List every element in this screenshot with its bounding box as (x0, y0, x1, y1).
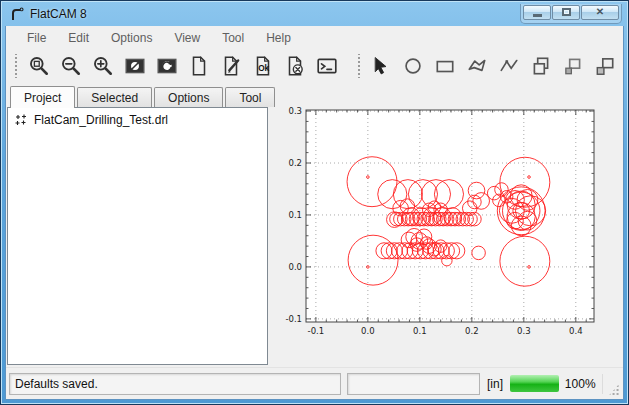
menu-file[interactable]: File (16, 28, 57, 48)
y-tick-label: -0.1 (285, 314, 302, 324)
editor-tool-group (367, 52, 619, 80)
x-tick-label: 0.4 (569, 326, 583, 336)
select-arrow-button[interactable] (367, 52, 395, 80)
clear-plot-button[interactable] (121, 52, 149, 80)
replot-icon (156, 55, 178, 77)
circle-tool-icon (402, 55, 424, 77)
y-tick-label: 0.1 (288, 210, 302, 220)
restore-button[interactable] (552, 5, 580, 20)
zoom-fit-button[interactable] (25, 52, 53, 80)
zoom-out-icon (60, 55, 82, 77)
delete-file-icon (284, 55, 306, 77)
toolbar-grip-2[interactable] (357, 54, 362, 78)
tab-tool[interactable]: Tool (225, 87, 275, 107)
select-arrow-icon (370, 55, 392, 77)
shell-button[interactable] (313, 52, 341, 80)
edit-file-button[interactable] (217, 52, 245, 80)
ok-file-icon: Ok (252, 55, 274, 77)
menu-view[interactable]: View (163, 28, 211, 48)
menu-bar: FileEditOptionsViewToolHelp (6, 26, 623, 49)
replot-button[interactable] (153, 52, 181, 80)
y-tick-label: 0.3 (288, 106, 302, 116)
tab-options[interactable]: Options (154, 87, 223, 107)
path-tool-icon (498, 55, 520, 77)
y-tick-label: 0.2 (288, 158, 302, 168)
title-bar[interactable]: FlatCAM 8 ✕ (1, 1, 628, 26)
project-tree[interactable]: FlatCam_Drilling_Test.drl (7, 107, 268, 365)
path-tool-button[interactable] (495, 52, 523, 80)
window-title: FlatCAM 8 (30, 7, 87, 21)
move-objects-button[interactable] (591, 52, 619, 80)
new-file-button[interactable] (185, 52, 213, 80)
zoom-in-button[interactable] (89, 52, 117, 80)
rectangle-tool-button[interactable] (431, 52, 459, 80)
rectangle-tool-icon (434, 55, 456, 77)
progress-bar-fill (510, 375, 559, 392)
main-content: ProjectSelectedOptionsTool FlatCam_Drill… (6, 83, 623, 367)
x-tick-label: 0.1 (413, 326, 427, 336)
circle-tool-button[interactable] (399, 52, 427, 80)
left-column: ProjectSelectedOptionsTool FlatCam_Drill… (6, 83, 268, 367)
status-message-text: Defaults saved. (15, 377, 98, 391)
main-toolbar: Ok (6, 49, 623, 83)
status-message-field: Defaults saved. (9, 373, 341, 395)
progress-bar (510, 375, 559, 392)
clear-plot-icon (124, 55, 146, 77)
delete-file-button[interactable] (281, 52, 309, 80)
tab-project[interactable]: Project (10, 86, 75, 108)
ok-file-button[interactable]: Ok (249, 52, 277, 80)
status-bar: Defaults saved. [in] 100% (6, 367, 623, 399)
close-button[interactable]: ✕ (581, 5, 619, 20)
app-window: FlatCAM 8 ✕ FileEditOptionsViewToolHelp … (0, 0, 629, 405)
zoom-out-button[interactable] (57, 52, 85, 80)
plot-panel: -0.10.00.10.20.30.4-0.10.00.10.20.3 (268, 83, 623, 367)
status-secondary-field (347, 373, 480, 395)
toolbar-grip[interactable] (14, 54, 19, 78)
units-indicator: [in] (486, 377, 504, 391)
window-controls: ✕ (520, 4, 622, 24)
copy-objects-button[interactable] (527, 52, 555, 80)
copy-geometry-button[interactable] (559, 52, 587, 80)
copy-geometry-icon (562, 55, 584, 77)
close-icon: ✕ (596, 7, 604, 17)
menu-help[interactable]: Help (255, 28, 302, 48)
x-tick-label: -0.1 (308, 326, 325, 336)
x-tick-label: 0.0 (361, 326, 375, 336)
polygon-tool-button[interactable] (463, 52, 491, 80)
notebook-tabs: ProjectSelectedOptionsTool (7, 85, 268, 107)
menu-edit[interactable]: Edit (57, 28, 100, 48)
shell-icon (316, 55, 338, 77)
flatcam-logo-icon (9, 6, 25, 22)
menu-tool[interactable]: Tool (211, 28, 255, 48)
polygon-tool-icon (466, 55, 488, 77)
tab-selected[interactable]: Selected (77, 87, 152, 107)
client-area: FileEditOptionsViewToolHelp Ok ProjectSe… (5, 26, 624, 400)
move-objects-icon (594, 55, 616, 77)
x-tick-label: 0.2 (465, 326, 479, 336)
minimize-button[interactable] (523, 5, 551, 20)
plot-canvas[interactable]: -0.10.00.10.20.30.4-0.10.00.10.20.3 (270, 94, 622, 360)
drill-object-icon (14, 113, 28, 127)
copy-objects-icon (530, 55, 552, 77)
tree-item-label: FlatCam_Drilling_Test.drl (34, 113, 168, 127)
statusbar-separator (602, 374, 603, 394)
zoom-fit-icon (28, 55, 50, 77)
plot-tool-group: Ok (25, 52, 341, 80)
menu-options[interactable]: Options (100, 28, 163, 48)
svg-text:Ok: Ok (258, 64, 269, 73)
resize-grip-icon[interactable] (608, 383, 620, 396)
y-tick-label: 0.0 (288, 262, 302, 272)
zoom-in-icon (92, 55, 114, 77)
new-file-icon (188, 55, 210, 77)
restore-icon (562, 8, 571, 16)
progress-percent-label: 100% (565, 377, 596, 391)
minimize-icon (533, 14, 542, 17)
x-tick-label: 0.3 (517, 326, 531, 336)
edit-file-icon (220, 55, 242, 77)
tree-item[interactable]: FlatCam_Drilling_Test.drl (8, 108, 267, 129)
